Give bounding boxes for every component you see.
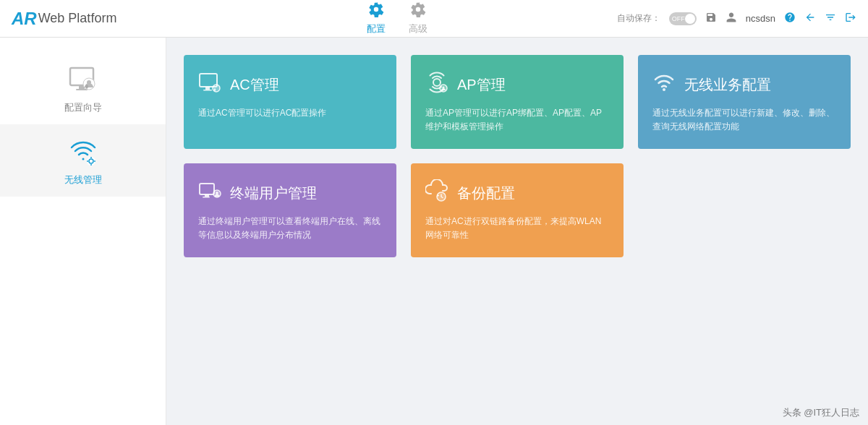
card-wireless-desc: 通过无线业务配置可以进行新建、修改、删除、查询无线网络配置功能 xyxy=(652,106,836,134)
card-ap-desc: 通过AP管理可以进行AP绑配置、AP配置、AP维护和模板管理操作 xyxy=(425,106,609,134)
sidebar-item-config-guide[interactable]: 配置向导 xyxy=(0,52,166,124)
logo-ar: AR xyxy=(12,9,37,29)
card-backup-title: 备份配置 xyxy=(457,184,515,203)
nav-tabs: 配置 高级 xyxy=(178,1,617,35)
sidebar-item-wireless-mgmt[interactable]: 无线管理 xyxy=(0,124,166,197)
autosave-label: 自动保存： xyxy=(617,12,660,25)
card-terminal-mgmt[interactable]: 终端用户管理 通过终端用户管理可以查看终端用户在线、离线等信息以及终端用户分布情… xyxy=(184,163,396,257)
question-icon[interactable] xyxy=(784,12,796,26)
card-ap-header: AP管理 xyxy=(425,71,609,99)
main-content: AC管理 通过AC管理可以进行AC配置操作 xyxy=(166,38,868,425)
watermark: 头条 @IT狂人日志 xyxy=(783,406,859,419)
card-ap-title: AP管理 xyxy=(457,75,506,95)
card-ac-title: AC管理 xyxy=(230,75,279,95)
tab-config-label: 配置 xyxy=(367,22,386,35)
ac-icon xyxy=(198,71,221,99)
main-layout: 配置向导 xyxy=(0,38,868,425)
svg-point-18 xyxy=(663,88,665,91)
card-wireless-header: 无线业务配置 xyxy=(652,71,836,99)
sidebar-wireless-mgmt-label: 无线管理 xyxy=(64,173,102,186)
card-ac-desc: 通过AC管理可以进行AC配置操作 xyxy=(198,106,382,120)
card-backup-config[interactable]: 备份配置 通过对AC进行双链路备份配置，来提高WLAN网络可靠性 xyxy=(411,163,624,257)
card-wireless-config[interactable]: 无线业务配置 通过无线业务配置可以进行新建、修改、删除、查询无线网络配置功能 xyxy=(638,55,851,149)
filter-icon[interactable] xyxy=(825,12,836,26)
header-right: 自动保存： OFF ncsdsn xyxy=(617,12,856,26)
card-ac-mgmt[interactable]: AC管理 通过AC管理可以进行AC配置操作 xyxy=(184,55,396,149)
card-backup-header: 备份配置 xyxy=(425,179,609,207)
card-ap-mgmt[interactable]: AP管理 通过AP管理可以进行AP绑配置、AP配置、AP维护和模板管理操作 xyxy=(411,55,624,149)
wireless-mgmt-icon xyxy=(66,134,101,169)
svg-rect-21 xyxy=(203,197,210,198)
sidebar: 配置向导 xyxy=(0,38,166,425)
config-guide-icon xyxy=(66,62,101,97)
tab-advanced-label: 高级 xyxy=(409,22,427,35)
card-backup-desc: 通过对AC进行双链路备份配置，来提高WLAN网络可靠性 xyxy=(425,215,609,242)
terminal-icon xyxy=(198,179,221,207)
svg-point-23 xyxy=(216,192,218,194)
toggle-state: OFF xyxy=(672,15,685,22)
header: AR Web Platform 配置 高级 自动保存： OFF xyxy=(0,0,868,38)
autosave-toggle[interactable]: OFF xyxy=(669,12,697,25)
svg-point-15 xyxy=(433,79,441,86)
logout-icon[interactable] xyxy=(845,12,856,26)
save-icon[interactable] xyxy=(705,12,717,26)
card-terminal-header: 终端用户管理 xyxy=(198,179,382,207)
logo-text: Web Platform xyxy=(38,11,117,26)
tab-advanced[interactable]: 高级 xyxy=(409,1,427,35)
svg-rect-20 xyxy=(205,194,209,197)
ap-icon xyxy=(425,71,448,99)
tab-config[interactable]: 配置 xyxy=(367,1,386,35)
user-icon[interactable] xyxy=(726,12,737,26)
svg-rect-12 xyxy=(205,87,210,90)
backup-icon xyxy=(425,179,448,207)
svg-rect-19 xyxy=(200,184,214,194)
sidebar-config-guide-label: 配置向导 xyxy=(64,101,102,114)
card-terminal-desc: 通过终端用户管理可以查看终端用户在线、离线等信息以及终端用户分布情况 xyxy=(198,215,382,242)
advanced-icon xyxy=(410,1,426,21)
logo: AR Web Platform xyxy=(12,9,178,29)
svg-point-14 xyxy=(213,85,220,92)
username: ncsdsn xyxy=(746,13,775,24)
svg-rect-2 xyxy=(76,89,88,90)
card-terminal-title: 终端用户管理 xyxy=(230,184,317,203)
back-icon[interactable] xyxy=(804,12,816,26)
wireless-config-icon xyxy=(652,71,676,99)
svg-rect-13 xyxy=(203,90,212,91)
cards-row2: 终端用户管理 通过终端用户管理可以查看终端用户在线、离线等信息以及终端用户分布情… xyxy=(184,163,851,257)
card-ac-header: AC管理 xyxy=(198,71,382,99)
card-wireless-title: 无线业务配置 xyxy=(684,75,771,95)
config-icon xyxy=(368,1,384,21)
cards-row1: AC管理 通过AC管理可以进行AC配置操作 xyxy=(184,55,851,149)
